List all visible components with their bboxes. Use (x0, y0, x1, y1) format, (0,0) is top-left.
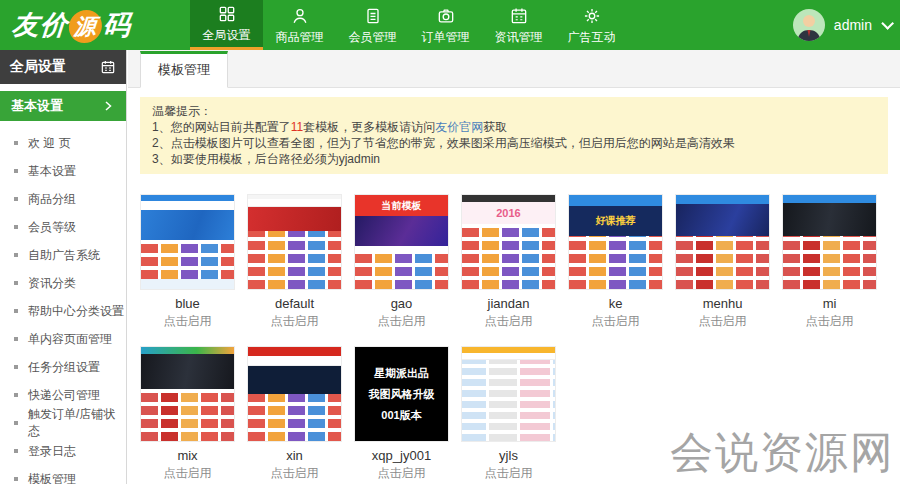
notice-line-3: 3、如要使用模板，后台路径必须为yjadmin (152, 151, 876, 167)
document-icon (363, 5, 383, 27)
site-logo[interactable]: 友价源码 (0, 0, 190, 50)
template-thumbnail[interactable]: 2016 (461, 194, 556, 290)
grid-icon (217, 3, 237, 25)
nav-label: 订单管理 (422, 29, 470, 46)
template-enable-link[interactable]: 点击启用 (354, 465, 449, 482)
bullet-icon (14, 337, 18, 341)
logo-circle: 源 (68, 10, 103, 43)
template-enable-link[interactable]: 点击启用 (461, 465, 556, 482)
user-icon (290, 5, 310, 27)
chevron-right-icon (102, 100, 114, 112)
sidebar-item[interactable]: 帮助中心分类设置 (0, 297, 126, 325)
template-enable-link[interactable]: 点击启用 (247, 313, 342, 330)
nav-item-资讯管理[interactable]: 资讯管理 (482, 0, 555, 50)
sidebar-item-label: 单内容页面管理 (28, 331, 112, 348)
template-name: jiandan (461, 296, 556, 311)
nav-label: 商品管理 (276, 29, 324, 46)
sidebar-item[interactable]: 触发订单/店铺状态 (0, 409, 126, 437)
template-enable-link[interactable]: 点击启用 (140, 313, 235, 330)
nav-label: 资讯管理 (495, 29, 543, 46)
bullet-icon (14, 253, 18, 257)
template-name: mix (140, 448, 235, 463)
official-site-link[interactable]: 友价官网 (435, 120, 483, 134)
template-enable-link[interactable]: 点击启用 (782, 313, 877, 330)
template-card-mi: mi 点击启用 (782, 194, 877, 330)
sidebar-item-label: 任务分组设置 (28, 359, 100, 376)
sidebar-item-label: 登录日志 (28, 443, 76, 460)
template-card-gao: 当前模板 gao 点击启用 (354, 194, 449, 330)
sidebar-item[interactable]: 模板管理 (0, 465, 126, 484)
sidebar-item[interactable]: 自助广告系统 (0, 241, 126, 269)
template-thumbnail[interactable] (140, 194, 235, 290)
sidebar-title: 全局设置 (0, 50, 126, 84)
template-enable-link[interactable]: 点击启用 (568, 313, 663, 330)
bullet-icon (14, 393, 18, 397)
sidebar-item[interactable]: 快递公司管理 (0, 381, 126, 409)
nav-item-会员管理[interactable]: 会员管理 (336, 0, 409, 50)
topbar: 友价源码 全局设置 商品管理 会员管理 订单管理 资讯管理 广告互动 (0, 0, 900, 50)
sidebar-item[interactable]: 登录日志 (0, 437, 126, 465)
template-enable-link[interactable]: 点击启用 (461, 313, 556, 330)
sidebar-item[interactable]: 任务分组设置 (0, 353, 126, 381)
sidebar-item[interactable]: 基本设置 (0, 157, 126, 185)
nav-item-广告互动[interactable]: 广告互动 (555, 0, 628, 50)
sidebar-item[interactable]: 单内容页面管理 (0, 325, 126, 353)
top-nav: 全局设置 商品管理 会员管理 订单管理 资讯管理 广告互动 (190, 0, 628, 50)
template-card-xqp_jy001: 星期派出品我图风格升级001版本 xqp_jy001 点击启用 (354, 346, 449, 482)
template-name: mi (782, 296, 877, 311)
template-thumbnail[interactable]: 当前模板 (354, 194, 449, 290)
bullet-icon (14, 225, 18, 229)
template-card-xin: xin 点击启用 (247, 346, 342, 482)
template-thumbnail[interactable] (675, 194, 770, 290)
bullet-icon (14, 309, 18, 313)
template-card-blue: blue 点击启用 (140, 194, 235, 330)
template-card-mix: mix 点击启用 (140, 346, 235, 482)
template-enable-link[interactable]: 点击启用 (675, 313, 770, 330)
nav-item-全局设置[interactable]: 全局设置 (190, 0, 263, 50)
template-thumbnail[interactable] (247, 346, 342, 442)
nav-label: 全局设置 (203, 27, 251, 44)
calendar-icon (100, 59, 116, 75)
template-thumbnail[interactable] (782, 194, 877, 290)
nav-item-商品管理[interactable]: 商品管理 (263, 0, 336, 50)
template-name: blue (140, 296, 235, 311)
bullet-icon (14, 365, 18, 369)
sidebar-item[interactable]: 商品分组 (0, 185, 126, 213)
template-name: default (247, 296, 342, 311)
template-card-jiandan: 2016 jiandan 点击启用 (461, 194, 556, 330)
sidebar-item-label: 自助广告系统 (28, 247, 100, 264)
notice-line-1: 1、您的网站目前共配置了11套模板，更多模板请访问友价官网获取 (152, 119, 876, 135)
template-name: menhu (675, 296, 770, 311)
sidebar: 全局设置 基本设置 欢 迎 页基本设置商品分组会员等级自助广告系统资讯分类帮助中… (0, 50, 127, 484)
user-name: admin (834, 17, 872, 33)
template-enable-link[interactable]: 点击启用 (354, 313, 449, 330)
template-thumbnail[interactable]: 好课推荐 (568, 194, 663, 290)
nav-item-订单管理[interactable]: 订单管理 (409, 0, 482, 50)
sidebar-menu: 欢 迎 页基本设置商品分组会员等级自助广告系统资讯分类帮助中心分类设置单内容页面… (0, 121, 126, 484)
tab-template-management[interactable]: 模板管理 (140, 51, 228, 88)
template-thumbnail[interactable] (247, 194, 342, 290)
sidebar-section-basic-settings[interactable]: 基本设置 (0, 91, 126, 121)
chevron-down-icon (881, 17, 894, 30)
logo-text: 友价源码 (11, 7, 133, 43)
sidebar-item[interactable]: 资讯分类 (0, 269, 126, 297)
template-thumbnail[interactable] (140, 346, 235, 442)
bullet-icon (14, 477, 18, 481)
tab-bar: 模板管理 (128, 50, 900, 88)
admin-page: 友价源码 全局设置 商品管理 会员管理 订单管理 资讯管理 广告互动 (0, 0, 900, 484)
bullet-icon (14, 141, 18, 145)
user-menu[interactable]: admin (793, 0, 890, 50)
sidebar-item-label: 基本设置 (28, 163, 76, 180)
template-thumbnail[interactable]: 星期派出品我图风格升级001版本 (354, 346, 449, 442)
template-thumbnail[interactable] (461, 346, 556, 442)
watermark: 会说资源网 (670, 424, 895, 482)
template-name: ke (568, 296, 663, 311)
template-count: 11 (291, 120, 303, 134)
sidebar-item-label: 欢 迎 页 (28, 135, 71, 152)
sidebar-item-label: 商品分组 (28, 191, 76, 208)
template-enable-link[interactable]: 点击启用 (247, 465, 342, 482)
camera-icon (436, 5, 456, 27)
template-enable-link[interactable]: 点击启用 (140, 465, 235, 482)
sidebar-item[interactable]: 会员等级 (0, 213, 126, 241)
sidebar-item[interactable]: 欢 迎 页 (0, 129, 126, 157)
